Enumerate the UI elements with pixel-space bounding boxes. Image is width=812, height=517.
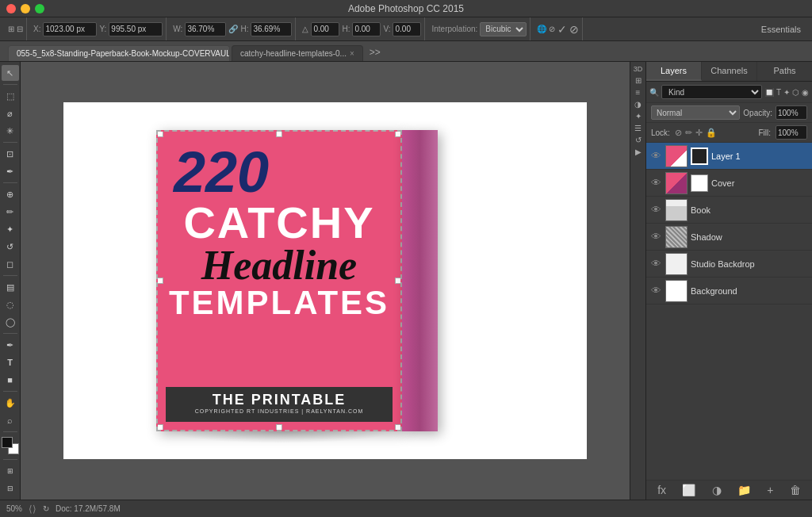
layer-item-shadow[interactable]: 👁 Shadow bbox=[646, 224, 812, 251]
opacity-input[interactable] bbox=[776, 105, 807, 120]
shadow-visibility-icon[interactable]: 👁 bbox=[649, 231, 662, 243]
canvas: 220 CATCHY Headline TEMPLATES THE PRINTA… bbox=[63, 102, 587, 459]
gradient-tool[interactable]: ▤ bbox=[2, 279, 19, 295]
color-swatches[interactable] bbox=[2, 437, 19, 454]
handle-top-right[interactable] bbox=[395, 131, 401, 137]
tab-secondary-close[interactable]: × bbox=[350, 49, 354, 58]
3d-icon[interactable]: 3D bbox=[634, 65, 643, 73]
magic-wand-tool[interactable]: ✳ bbox=[2, 123, 19, 139]
filter-toggle[interactable]: ◉ bbox=[802, 88, 809, 97]
v-input[interactable] bbox=[393, 22, 421, 36]
layer-item-cover[interactable]: 👁 Cover bbox=[646, 170, 812, 197]
group-layers-button[interactable]: 📁 bbox=[737, 484, 751, 496]
clone-stamp-tool[interactable]: ✦ bbox=[2, 221, 19, 237]
adjust-icon[interactable]: ◑ bbox=[634, 100, 642, 109]
properties-icon[interactable]: ≡ bbox=[636, 88, 641, 97]
move-tool[interactable]: ↖ bbox=[2, 65, 19, 81]
style-icon[interactable]: ✦ bbox=[635, 112, 642, 121]
cover-mask bbox=[691, 174, 708, 192]
layer-fx-button[interactable]: fx bbox=[657, 484, 666, 496]
zoom-tool[interactable]: ⌕ bbox=[2, 412, 19, 428]
history-brush-tool[interactable]: ↺ bbox=[2, 239, 19, 255]
handle-bottom-right[interactable] bbox=[395, 424, 401, 431]
layer-filter-select[interactable]: Kind bbox=[661, 85, 762, 99]
lock-pixels-icon[interactable]: ✏ bbox=[685, 128, 692, 138]
handle-top-middle[interactable] bbox=[276, 131, 282, 137]
handle-bottom-middle[interactable] bbox=[276, 424, 282, 431]
window-controls[interactable] bbox=[6, 4, 44, 13]
tab-channels[interactable]: Channels bbox=[702, 62, 757, 81]
libraries-icon[interactable]: ☰ bbox=[634, 124, 642, 132]
zoom-level[interactable]: 50% bbox=[6, 504, 22, 513]
eyedropper-tool[interactable]: ✒ bbox=[2, 163, 19, 179]
cover-visibility-icon[interactable]: 👁 bbox=[649, 177, 662, 189]
warp-icon[interactable]: 🌐 bbox=[537, 25, 546, 33]
layer-item-studio[interactable]: 👁 Studio Backdrop bbox=[646, 251, 812, 278]
filter-icon-4[interactable]: ⬡ bbox=[792, 88, 799, 97]
handle-middle-left[interactable] bbox=[157, 278, 163, 284]
angle-input[interactable] bbox=[311, 22, 339, 36]
h2-input[interactable] bbox=[352, 22, 381, 36]
screen-mode-tool[interactable]: ⊟ bbox=[2, 481, 19, 496]
layer1-visibility-icon[interactable]: 👁 bbox=[649, 150, 662, 162]
dodge-tool[interactable]: ◯ bbox=[2, 314, 19, 330]
tab-overflow-button[interactable]: >> bbox=[365, 47, 385, 61]
y-input[interactable] bbox=[109, 22, 163, 36]
actions-icon[interactable]: ▶ bbox=[635, 147, 642, 156]
blend-mode-select[interactable]: Normal bbox=[651, 105, 740, 120]
quick-mask-tool[interactable]: ⊞ bbox=[2, 463, 19, 479]
slice-icon[interactable]: ⊘ bbox=[549, 25, 555, 33]
tab-paths[interactable]: Paths bbox=[757, 62, 812, 81]
transform-icon: ⊞ bbox=[8, 25, 14, 33]
spot-heal-tool[interactable]: ⊕ bbox=[2, 186, 19, 202]
background-visibility-icon[interactable]: 👁 bbox=[649, 285, 662, 297]
select-rect-tool[interactable]: ⬚ bbox=[2, 88, 19, 104]
lock-position-icon[interactable]: ✛ bbox=[695, 128, 703, 138]
canvas-area[interactable]: 220 CATCHY Headline TEMPLATES THE PRINTA… bbox=[21, 62, 630, 500]
lock-all-icon[interactable]: 🔒 bbox=[706, 128, 717, 138]
cancel-button[interactable]: ⊘ bbox=[569, 23, 579, 36]
zoom-arrows[interactable]: ⟨⟩ bbox=[29, 504, 36, 515]
minimize-button[interactable] bbox=[21, 4, 30, 13]
filter-icon-2[interactable]: T bbox=[776, 88, 781, 97]
interpolation-select[interactable]: Bicubic bbox=[480, 22, 527, 36]
crop-tool[interactable]: ⊡ bbox=[2, 146, 19, 162]
handle-middle-right[interactable] bbox=[395, 278, 401, 284]
handle-bottom-left[interactable] bbox=[157, 424, 163, 431]
layer-item-layer1[interactable]: 👁 Layer 1 bbox=[646, 143, 812, 170]
arrange-icon[interactable]: ⊞ bbox=[635, 76, 642, 85]
tab-layers[interactable]: Layers bbox=[646, 62, 702, 81]
tab-secondary-file[interactable]: catchy-headline-templates-0... × bbox=[232, 45, 363, 61]
foreground-color-swatch[interactable] bbox=[2, 437, 13, 448]
commit-button[interactable]: ✓ bbox=[557, 23, 567, 36]
maximize-button[interactable] bbox=[35, 4, 44, 13]
pen-tool[interactable]: ✒ bbox=[2, 337, 19, 353]
layer-item-book[interactable]: 👁 Book bbox=[646, 197, 812, 224]
brush-tool[interactable]: ✏ bbox=[2, 204, 19, 220]
hand-tool[interactable]: ✋ bbox=[2, 395, 19, 411]
layer-mask-button[interactable]: ⬜ bbox=[682, 484, 695, 496]
layer-item-background[interactable]: 👁 Background bbox=[646, 278, 812, 304]
history-icon[interactable]: ↺ bbox=[635, 136, 642, 144]
h-input[interactable] bbox=[251, 22, 292, 36]
tab-main-file[interactable]: 055-5_5x8-Standing-Paperback-Book-Mockup… bbox=[8, 45, 230, 61]
w-input[interactable] bbox=[185, 22, 226, 36]
delete-layer-button[interactable]: 🗑 bbox=[790, 484, 801, 496]
close-button[interactable] bbox=[6, 4, 16, 13]
lock-transparent-icon[interactable]: ⊘ bbox=[675, 128, 682, 138]
eraser-tool[interactable]: ◻ bbox=[2, 256, 19, 272]
filter-icon-1[interactable]: 🔲 bbox=[764, 88, 774, 97]
filter-icon-3[interactable]: ✦ bbox=[783, 88, 790, 97]
adjustment-layer-button[interactable]: ◑ bbox=[712, 484, 722, 496]
cover-thumbnail bbox=[665, 172, 688, 194]
x-input[interactable] bbox=[43, 22, 97, 36]
studio-visibility-icon[interactable]: 👁 bbox=[649, 258, 662, 270]
lasso-tool[interactable]: ⌀ bbox=[2, 105, 19, 121]
handle-top-left[interactable] bbox=[157, 131, 163, 137]
shape-tool[interactable]: ■ bbox=[2, 372, 19, 388]
book-visibility-icon[interactable]: 👁 bbox=[649, 204, 662, 216]
text-tool[interactable]: T bbox=[2, 354, 19, 370]
new-layer-button[interactable]: + bbox=[767, 484, 773, 496]
fill-input[interactable] bbox=[776, 125, 807, 140]
blur-tool[interactable]: ◌ bbox=[2, 297, 19, 312]
